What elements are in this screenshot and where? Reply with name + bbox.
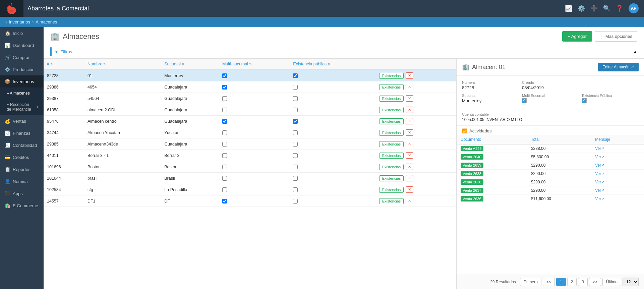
existencia-checkbox[interactable] <box>293 85 298 90</box>
venta-badge[interactable]: Venta 2636 <box>461 196 483 201</box>
pag-page-1[interactable]: 1 <box>556 278 566 286</box>
table-row[interactable]: 101644 brasil Brasil Existencias ✕ <box>44 173 456 184</box>
table-row[interactable]: 82728 01 Monterrey Existencias ✕ <box>44 70 456 81</box>
existencia-checkbox[interactable] <box>293 73 298 78</box>
sidebar-item-contabilidad[interactable]: 🧾 Contabilidad <box>0 139 44 151</box>
sidebar-item-apps[interactable]: ⬛ Apps <box>0 187 44 199</box>
user-avatar[interactable]: AP <box>629 3 639 13</box>
table-row[interactable]: 29387 54564 Guadalajara Existencias ✕ <box>44 93 456 104</box>
multi-checkbox[interactable] <box>222 73 227 78</box>
filter-button[interactable]: ▼ Filtros <box>54 49 72 54</box>
delete-button[interactable]: ✕ <box>406 198 413 204</box>
existencia-checkbox[interactable] <box>293 199 298 204</box>
delete-button[interactable]: ✕ <box>406 141 413 147</box>
venta-badge[interactable]: Venta A293 <box>461 146 483 151</box>
delete-button[interactable]: ✕ <box>406 186 413 193</box>
existencia-checkbox[interactable] <box>293 142 298 147</box>
add-icon[interactable]: ➕ <box>590 5 598 12</box>
breadcrumb-inventarios[interactable]: Inventarios <box>9 19 30 24</box>
table-row[interactable]: 29385 Almacenrt343de Guadalajara Existen… <box>44 138 456 150</box>
existencia-checkbox[interactable] <box>293 119 298 124</box>
existencia-checkbox[interactable] <box>293 96 298 101</box>
sidebar-item-creditos[interactable]: 💳 Créditos <box>0 151 44 163</box>
sidebar-item-recepcion[interactable]: » Recepción de Mercancía + <box>0 99 44 115</box>
existencias-button[interactable]: Existencias <box>379 96 404 102</box>
ver-link[interactable]: Ver↗ <box>595 180 604 184</box>
sidebar-item-produccion[interactable]: ⚙️ Producción <box>0 63 44 75</box>
help-icon[interactable]: ❓ <box>616 5 623 12</box>
table-row[interactable]: 14557 DF1 DF Existencias ✕ <box>44 195 456 207</box>
existencias-button[interactable]: Existencias <box>379 198 404 204</box>
existencias-button[interactable]: Existencias <box>379 141 404 147</box>
multi-checkbox[interactable] <box>222 96 227 101</box>
existencias-button[interactable]: Existencias <box>379 73 404 79</box>
table-row[interactable]: 34744 Almacen Yucatan Yucatan Existencia… <box>44 127 456 138</box>
existencias-button[interactable]: Existencias <box>379 130 404 136</box>
venta-badge[interactable]: Venta 2638 <box>461 179 483 185</box>
venta-badge[interactable]: Venta 2638 <box>461 171 483 176</box>
pag-last[interactable]: Último <box>602 278 621 286</box>
sidebar-item-inventarios[interactable]: 📦 Inventarios <box>0 75 44 88</box>
delete-button[interactable]: ✕ <box>406 129 413 136</box>
options-button[interactable]: ⋮ Más opciones <box>595 31 637 42</box>
table-row[interactable]: 102584 cfg La Pesadilla Existencias ✕ <box>44 184 456 195</box>
multi-checkbox[interactable] <box>222 199 227 204</box>
col-existencia[interactable]: Existencia pública <box>290 59 375 70</box>
ver-link[interactable]: Ver↗ <box>595 146 604 151</box>
settings-icon[interactable]: ⚙️ <box>578 5 585 12</box>
multi-checkbox[interactable] <box>222 142 227 147</box>
chart-icon[interactable]: 📈 <box>565 5 572 12</box>
venta-badge[interactable]: Venta 2637 <box>461 188 483 193</box>
sidebar-item-ventas[interactable]: 💰 Ventas <box>0 115 44 127</box>
existencias-button[interactable]: Existencias <box>379 107 404 113</box>
search-icon[interactable]: 🔍 <box>603 5 610 12</box>
delete-button[interactable]: ✕ <box>406 164 413 170</box>
sidebar-item-dashboard[interactable]: 📊 Dashboard <box>0 39 44 51</box>
existencia-checkbox[interactable] <box>293 108 298 112</box>
ver-link[interactable]: Ver↗ <box>595 155 604 159</box>
pag-page-2[interactable]: 2 <box>567 278 577 286</box>
existencias-button[interactable]: Existencias <box>379 153 404 159</box>
ver-link[interactable]: Ver↗ <box>595 171 604 176</box>
breadcrumb-almacenes[interactable]: Almacenes <box>36 19 57 24</box>
table-row[interactable]: 101696 Boston Boston Existencias ✕ <box>44 161 456 173</box>
delete-button[interactable]: ✕ <box>406 152 413 159</box>
multi-checkbox[interactable] <box>222 187 227 192</box>
existencias-button[interactable]: Existencias <box>379 84 404 90</box>
existencias-button[interactable]: Existencias <box>379 187 404 193</box>
existencia-checkbox[interactable] <box>293 165 298 169</box>
edit-button[interactable]: Editar Almacén ↗ <box>598 63 639 71</box>
table-row[interactable]: 95476 Almacén centro Guadalajara Existen… <box>44 116 456 127</box>
multi-checkbox[interactable] <box>222 85 227 90</box>
table-row[interactable]: 44011 Borrar 3 - 1 Borrar 3 Existencias … <box>44 150 456 161</box>
multi-checkbox[interactable] <box>222 108 227 112</box>
delete-button[interactable]: ✕ <box>406 107 413 113</box>
multi-checkbox[interactable] <box>222 153 227 158</box>
existencias-button[interactable]: Existencias <box>379 118 404 124</box>
multi-checkbox[interactable] <box>222 176 227 181</box>
delete-button[interactable]: ✕ <box>406 72 413 79</box>
col-multi[interactable]: Multi-sucursal <box>219 59 290 70</box>
app-logo[interactable] <box>0 0 23 17</box>
table-row[interactable]: 61058 almacen 2 GDL Guadalajara Existenc… <box>44 104 456 116</box>
delete-button[interactable]: ✕ <box>406 95 413 102</box>
sidebar-item-ecommerce[interactable]: 🛍️ E Commerce <box>0 199 44 212</box>
pag-next[interactable]: >> <box>589 278 601 286</box>
sidebar-item-nomina[interactable]: 👤 Nómina <box>0 175 44 187</box>
pag-page-3[interactable]: 3 <box>578 278 588 286</box>
col-nombre[interactable]: Nombre <box>84 59 161 70</box>
collapse-icon[interactable]: ▲ <box>633 49 637 54</box>
recepcion-add-button[interactable]: + <box>36 104 39 110</box>
sidebar-item-reportes[interactable]: 📋 Reportes <box>0 163 44 175</box>
delete-button[interactable]: ✕ <box>406 84 413 90</box>
existencia-checkbox[interactable] <box>293 176 298 181</box>
venta-badge[interactable]: Venta 2639 <box>461 163 483 168</box>
sidebar-item-compras[interactable]: 🛒 Compras <box>0 51 44 63</box>
multi-checkbox[interactable] <box>222 119 227 124</box>
existencia-checkbox[interactable] <box>293 130 298 135</box>
sidebar-item-finanzas[interactable]: 📈 Finanzas <box>0 127 44 139</box>
existencia-checkbox[interactable] <box>293 153 298 158</box>
per-page-select[interactable]: 12 25 50 <box>623 278 639 286</box>
table-row[interactable]: 29386 4654 Guadalajara Existencias ✕ <box>44 81 456 93</box>
delete-button[interactable]: ✕ <box>406 175 413 181</box>
